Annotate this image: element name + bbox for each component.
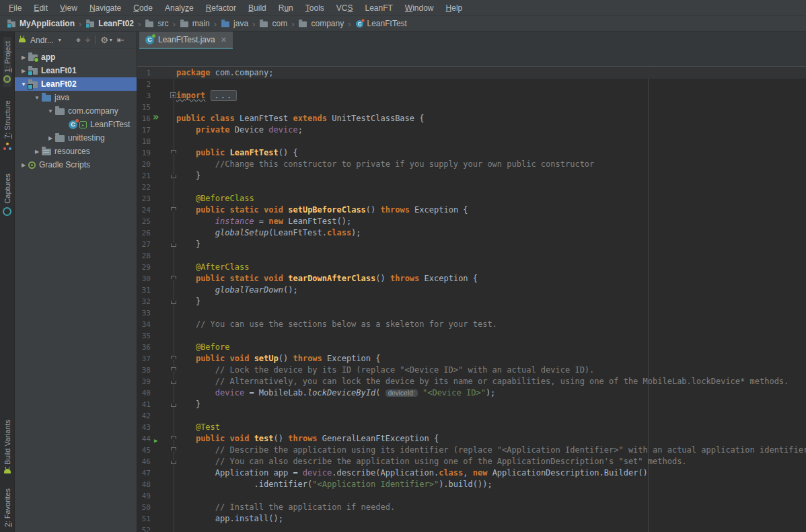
- line-number: 16: [137, 113, 151, 124]
- breadcrumb-item-company[interactable]: company: [297, 19, 345, 28]
- code-text: // Lock the device by its ID (replace "<…: [176, 365, 594, 376]
- chevron-right-icon[interactable]: ▶: [19, 54, 28, 61]
- tree-item-label: com.company: [68, 106, 118, 116]
- menu-item-help[interactable]: Help: [440, 1, 469, 15]
- fold-start-icon[interactable]: [171, 150, 176, 155]
- breadcrumb-item-main[interactable]: main: [178, 19, 211, 28]
- chevron-right-icon[interactable]: ▶: [32, 149, 42, 155]
- fold-start-icon[interactable]: [171, 207, 176, 213]
- dropdown-arrow-icon[interactable]: ▾: [59, 37, 61, 43]
- code-line-39: 39 // Alternatively, you can lock the de…: [137, 376, 806, 387]
- chevron-right-icon[interactable]: ▶: [19, 68, 28, 74]
- breadcrumb-label: java: [233, 19, 248, 28]
- breadcrumb-item-src[interactable]: src: [143, 19, 170, 28]
- collapse-all-button[interactable]: ÷: [85, 36, 90, 44]
- menu-item-view[interactable]: View: [54, 1, 83, 15]
- tree-item-gradle-scripts[interactable]: ▶Gradle Scripts: [15, 158, 137, 172]
- chevron-down-icon[interactable]: ▼: [32, 95, 42, 101]
- android-app-module-icon: [28, 54, 38, 61]
- menu-item-navigate[interactable]: Navigate: [83, 1, 127, 15]
- chevron-down-icon[interactable]: ▼: [19, 81, 28, 87]
- code-line-23: 23 @BeforeClass: [137, 193, 806, 204]
- tree-item-label: Gradle Scripts: [39, 160, 90, 169]
- code-text: // Alternatively, you can lock the devic…: [176, 376, 789, 387]
- tree-item-app[interactable]: ▶app: [15, 50, 137, 64]
- line-number: 21: [137, 170, 151, 182]
- menu-item-leanft[interactable]: LeanFT: [359, 1, 398, 15]
- tool-window-tab-7-structure[interactable]: 7: Structure: [2, 96, 13, 155]
- fold-end-icon[interactable]: [171, 173, 176, 178]
- menu-item-file[interactable]: File: [3, 1, 28, 15]
- tree-item-leanft01[interactable]: ▶LeanFt01: [15, 64, 137, 77]
- tool-window-tab-1-project[interactable]: 1: Project: [3, 37, 11, 87]
- menu-item-edit[interactable]: Edit: [28, 1, 54, 15]
- gutter: [151, 193, 176, 204]
- expand-fold-icon[interactable]: +: [170, 92, 176, 98]
- code-text: }: [176, 170, 200, 182]
- module-folder-icon: [28, 81, 38, 88]
- menu-item-tools[interactable]: Tools: [299, 1, 330, 15]
- captures-icon: [3, 207, 11, 216]
- close-tab-icon[interactable]: ✕: [221, 36, 227, 44]
- tool-window-tab-build-variants[interactable]: Build Variants: [3, 416, 11, 477]
- fold-end-icon[interactable]: [171, 241, 176, 247]
- code-text: public void setUp() throws Exception {: [176, 353, 381, 365]
- fold-start-icon[interactable]: [171, 276, 176, 281]
- settings-dropdown-arrow-icon[interactable]: ▾: [110, 37, 112, 43]
- breadcrumb-item-myapplication[interactable]: MyApplication: [5, 19, 76, 28]
- tree-item-unittesting[interactable]: ▶unittesting: [15, 131, 137, 145]
- chevron-right-icon[interactable]: ▶: [19, 162, 28, 168]
- code-text: @Test: [176, 422, 220, 433]
- chevron-down-icon[interactable]: ▼: [46, 108, 55, 114]
- breadcrumb-item-leanft02[interactable]: LeanFt02: [84, 19, 135, 28]
- view-selector-dropdown[interactable]: Andr...: [30, 36, 54, 45]
- chevron-right-icon[interactable]: ▶: [46, 135, 55, 141]
- menu-item-run[interactable]: Run: [272, 1, 299, 15]
- breadcrumb-item-java[interactable]: java: [219, 19, 250, 28]
- code-line-2: 2: [137, 79, 806, 90]
- code-line-18: 18: [137, 136, 806, 147]
- settings-gear-button[interactable]: ⚙: [100, 36, 108, 44]
- fold-end-icon[interactable]: [171, 402, 176, 407]
- tool-window-tab-captures[interactable]: Captures: [3, 169, 11, 220]
- fold-end-icon[interactable]: [171, 379, 176, 384]
- tree-item-java[interactable]: ▼java: [15, 91, 137, 104]
- fold-start-icon[interactable]: [171, 367, 176, 373]
- code-line-51: 51 app.install();: [137, 513, 806, 525]
- tree-item-leanfttest[interactable]: C▸LeanFtTest: [15, 118, 137, 131]
- menu-item-code[interactable]: Code: [127, 1, 159, 15]
- code-editor[interactable]: 1package com.company;23+import ...1516»p…: [137, 67, 806, 532]
- code-text: public void test() throws GeneralLeanFtE…: [176, 433, 439, 445]
- tree-item-label: LeanFtTest: [90, 120, 130, 129]
- editor-tab-leanfttest[interactable]: C LeanFtTest.java ✕: [139, 32, 233, 49]
- gutter: +: [151, 90, 176, 102]
- gutter: [151, 525, 176, 532]
- menu-item-build[interactable]: Build: [242, 1, 272, 15]
- menu-item-vcs[interactable]: VCS: [330, 1, 359, 15]
- line-number: 45: [137, 445, 151, 456]
- code-text: }: [176, 399, 200, 410]
- line-number: 32: [137, 296, 151, 307]
- menu-item-window[interactable]: Window: [399, 1, 440, 15]
- code-line-21: 21 }: [137, 170, 806, 182]
- gutter: [151, 159, 176, 170]
- locate-file-button[interactable]: ⌖: [76, 36, 81, 44]
- menu-item-refactor[interactable]: Refactor: [200, 1, 242, 15]
- tree-item-leanft02[interactable]: ▼LeanFt02: [15, 77, 137, 91]
- fold-end-icon[interactable]: [171, 299, 176, 304]
- tree-item-com-company[interactable]: ▼com.company: [15, 104, 137, 118]
- menu-item-analyze[interactable]: Analyze: [159, 1, 200, 15]
- fold-start-icon[interactable]: [171, 356, 176, 361]
- line-number: 49: [137, 490, 151, 502]
- hide-panel-button[interactable]: ⇤: [117, 36, 124, 44]
- breadcrumb-item-com[interactable]: com: [258, 19, 289, 28]
- breadcrumb-item-leanfttest[interactable]: CLeanFtTest: [354, 19, 408, 28]
- code-text: @BeforeClass: [176, 193, 254, 204]
- module-folder-icon: [86, 21, 94, 27]
- run-class-icon[interactable]: »: [153, 112, 159, 123]
- tool-window-tab-2-favorites[interactable]: 2: Favorites: [3, 484, 11, 531]
- tree-item-resources[interactable]: ▶resources: [15, 145, 137, 158]
- fold-start-icon[interactable]: [171, 436, 176, 441]
- fold-end-icon[interactable]: [171, 459, 176, 464]
- fold-start-icon[interactable]: [171, 447, 176, 453]
